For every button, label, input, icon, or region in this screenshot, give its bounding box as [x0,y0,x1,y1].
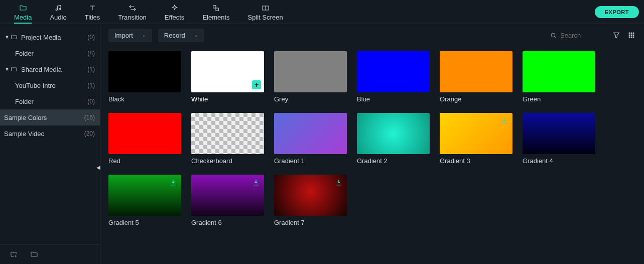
sidebar-item[interactable]: Sample Video(20) [0,125,100,142]
swatch-thumbnail [523,113,595,154]
color-swatch-card[interactable]: Gradient 7 [274,175,347,226]
tree-item-label: Folder [15,50,87,57]
search-input-wrap[interactable] [546,30,606,41]
swatch-label: Gradient 2 [357,157,430,165]
sidebar-item[interactable]: Folder(0) [0,93,100,109]
search-icon [550,32,557,39]
record-dropdown[interactable]: Record⌄ [158,29,204,42]
grid-view-icon[interactable] [627,31,636,40]
folder-icon [10,66,18,73]
download-icon[interactable] [169,179,177,187]
nav-tab-elements[interactable]: Elements [193,1,238,23]
top-navbar: MediaAudioTitlesTransitionEffectsElement… [0,0,644,24]
nav-tab-label: Transition [118,14,147,21]
svg-rect-9 [629,35,630,36]
content-toolbar: Import⌄ Record⌄ [100,24,644,46]
color-swatch-card[interactable]: Orange [440,51,512,103]
svg-rect-3 [216,8,218,11]
sidebar-collapse-handle[interactable]: ◀ [96,165,100,170]
color-swatch-card[interactable]: Red [108,113,181,165]
download-icon[interactable] [500,117,508,125]
swatch-label: Gradient 3 [440,157,512,165]
caret-down-icon: ▼ [4,35,10,40]
tree-item-label: YouTube Intro [15,82,87,89]
swatch-label: Gradient 4 [523,157,595,165]
download-icon[interactable] [335,179,343,187]
tree-item-count: (0) [87,98,95,105]
svg-rect-7 [631,33,632,34]
color-swatch-card[interactable]: Gradient 3 [440,113,512,165]
text-icon [88,4,97,13]
filter-icon[interactable] [612,31,621,40]
nav-tab-effects[interactable]: Effects [156,1,194,23]
svg-rect-11 [633,35,634,36]
swatch-label: Grey [274,95,347,103]
swatch-thumbnail [274,51,347,92]
nav-tab-audio[interactable]: Audio [41,1,75,23]
svg-rect-8 [633,33,634,34]
sidebar-item[interactable]: Sample Colors(15) [0,109,100,125]
swatch-thumbnail [108,175,181,216]
nav-tab-label: Titles [85,14,100,21]
swatch-label: Black [108,95,181,103]
shapes-icon [211,4,220,13]
nav-tab-titles[interactable]: Titles [76,1,109,23]
nav-tab-label: Audio [50,14,66,21]
caret-down-icon: ▼ [4,67,10,72]
color-swatch-card[interactable]: Gradient 1 [274,113,347,165]
swatch-thumbnail [191,175,264,216]
search-input[interactable] [560,32,600,39]
color-swatch-card[interactable]: Black [108,51,181,103]
color-swatch-card[interactable]: Green [523,51,595,103]
tree-item-count: (1) [87,66,95,73]
nav-tab-label: Media [14,14,32,21]
svg-rect-12 [629,37,630,38]
nav-tab-splitscreen[interactable]: Split Screen [239,1,292,23]
export-button[interactable]: EXPORT [595,6,639,18]
tree-item-count: (8) [87,50,95,57]
swatch-thumbnail: + [191,51,264,92]
sidebar-item[interactable]: YouTube Intro(1) [0,77,100,93]
swatch-label: Orange [440,95,512,103]
tree-item-label: Shared Media [21,66,87,73]
color-swatch-card[interactable]: +White [191,51,264,103]
tree-item-count: (1) [87,82,95,89]
import-dropdown[interactable]: Import⌄ [108,29,152,42]
swatch-label: Green [523,95,595,103]
svg-rect-6 [629,33,630,34]
add-to-timeline-icon[interactable]: + [252,80,261,89]
swap-icon [128,4,137,13]
tree-item-count: (15) [84,114,95,121]
tree-item-label: Project Media [21,34,87,41]
nav-tab-label: Effects [165,14,185,21]
sidebar-item[interactable]: Folder(8) [0,45,100,61]
color-swatch-card[interactable]: Grey [274,51,347,103]
swatch-thumbnail [191,113,264,154]
nav-tab-label: Elements [202,14,229,21]
color-swatch-card[interactable]: Gradient 2 [357,113,430,165]
swatch-label: Gradient 7 [274,219,347,226]
nav-tab-transition[interactable]: Transition [109,1,156,23]
swatch-label: Blue [357,95,430,103]
svg-rect-13 [631,37,632,38]
color-swatch-card[interactable]: Gradient 6 [191,175,264,226]
swatch-thumbnail [357,113,430,154]
swatch-label: Gradient 5 [108,219,181,226]
svg-point-5 [551,33,555,37]
tree-item-label: Sample Video [4,130,84,138]
svg-rect-10 [631,35,632,36]
swatch-thumbnail [108,51,181,92]
tree-item-count: (20) [84,130,95,137]
sidebar-item[interactable]: ▼Shared Media(1) [0,61,100,77]
new-folder-plus-icon[interactable] [10,250,18,258]
color-swatch-card[interactable]: Gradient 5 [108,175,181,226]
folder-icon[interactable] [30,250,38,258]
color-swatch-card[interactable]: Checkerboard [191,113,264,165]
nav-tab-media[interactable]: Media [5,1,41,23]
swatch-thumbnail [108,113,181,154]
color-swatch-card[interactable]: Blue [357,51,430,103]
sidebar-item[interactable]: ▼Project Media(0) [0,29,100,45]
download-icon[interactable] [252,179,260,187]
color-swatch-card[interactable]: Gradient 4 [523,113,595,165]
swatch-thumbnail [440,51,512,92]
